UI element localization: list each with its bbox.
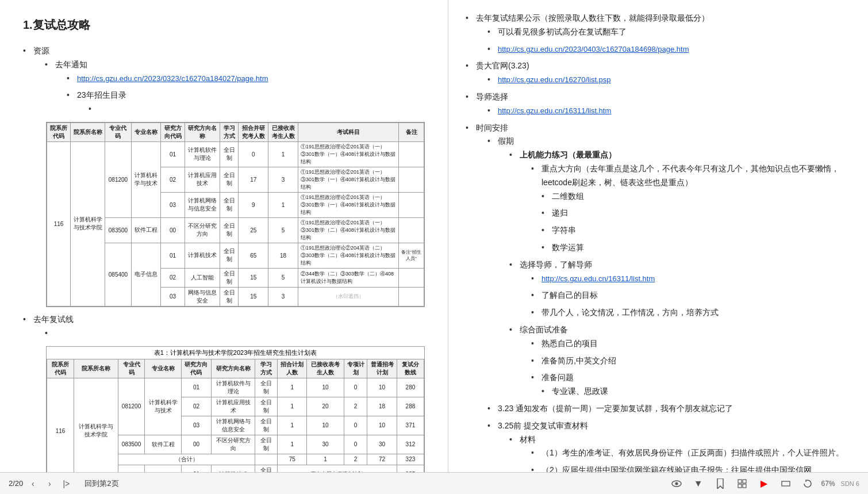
list-item: 带几个人，论文情况，工作情况，方向，培养方式 (531, 306, 851, 320)
bottom-toolbar: ▼ ▶ 67% SDN 6 (669, 476, 859, 492)
list-item: 3.25前 提交复试审查材料 材料 （1）考生的准考证、有效居民身份证件（正反两… (487, 419, 851, 472)
list-item: 二维数组 (541, 190, 851, 204)
svg-rect-5 (743, 484, 746, 488)
bookmark-button[interactable] (712, 476, 728, 492)
table-recruitment-2023: 院系所代码 院系所名称 专业代码 专业名称 研究方向代码 研究方向名称 学习方式… (46, 122, 425, 307)
list-item: 去年复试结果公示（按照录取人数往下数，就能得到录取最低分） 可以看见很多初试高分… (466, 12, 851, 56)
list-item: 综合面试准备 熟悉自己的项目 准备简历,中英文介绍 准备问题 专业课、思政课 (509, 323, 851, 399)
page-navigation: 2/20 ‹ › |> (9, 477, 73, 491)
list-item: 资源 去年通知 http://cs.gzu.edu.cn/2023/0323/c… (23, 44, 425, 116)
list-item: 23年招生目录 (67, 89, 425, 116)
zoom-level: 67% (821, 480, 835, 488)
list-item: 了解自己的目标 (531, 289, 851, 302)
right-panel: 去年复试结果公示（按照录取人数往下数，就能得到录取最低分） 可以看见很多初试高分… (448, 0, 868, 472)
list-item: （1）考生的准考证、有效居民身份证件（正反两面）扫描件或照片，个人证件照片。 (531, 446, 851, 460)
page-title: 1.复试总攻略 (23, 17, 425, 33)
link-past-notice[interactable]: http://cs.gzu.edu.cn/2023/0323/c16270a18… (77, 74, 268, 83)
list-item: 字符串 (541, 224, 851, 238)
list-item: 专业课、思政课 (541, 385, 851, 399)
svg-rect-6 (782, 481, 790, 486)
left-panel: 1.复试总攻略 资源 去年通知 http://cs.gzu.edu.cn/202… (0, 0, 448, 472)
list-item: 数学运算 (541, 241, 851, 255)
rotate-button[interactable] (800, 476, 816, 492)
link-official-site[interactable]: http://cs.gzu.edu.cn/16270/list.psp (498, 75, 611, 84)
sdn-label: SDN 6 (841, 480, 859, 487)
next-page-button[interactable]: › (43, 477, 56, 491)
list-item: http://cs.gzu.edu.cn/16311/list.htm (531, 272, 851, 286)
list-item: 3.23 通知发布（提前一周）一定要加复试群，我有个朋友就忘记了 (487, 402, 851, 416)
list-item: 准备问题 专业课、思政课 (531, 371, 851, 399)
eye-dropdown-button[interactable]: ▼ (690, 476, 706, 492)
list-item: 时间安排 假期 上机能力练习（最最重点） 重点大方向（去年重点是这几个，不代表今… (466, 121, 851, 472)
list-item: 准备简历,中英文介绍 (531, 354, 851, 368)
table2-caption: 表1：计算机科学与技术学院2023年招生研究生招生计划表 (47, 347, 424, 359)
fit-width-button[interactable] (778, 476, 794, 492)
list-item: （2）应届生提供中国学信网学籍在线验证电子报告；往届生提供中国学信网 (531, 464, 851, 472)
list-item: 去年复试线 (23, 313, 425, 340)
list-item: 导师选择 http://cs.gzu.edu.cn/16311/list.htm (466, 90, 851, 118)
prev-page-button[interactable]: ‹ (26, 477, 40, 491)
list-item: 材料 （1）考生的准考证、有效居民身份证件（正反两面）扫描件或照片，个人证件照片… (509, 433, 851, 472)
list-item (45, 327, 425, 340)
list-item: 重点大方向（去年重点是这几个，不代表今年只有这几个，其他知识点也不要懒惰，lee… (531, 162, 851, 255)
list-item: http://cs.gzu.edu.cn/16270/list.psp (487, 73, 851, 87)
list-item: http://cs.gzu.edu.cn/2023/0323/c16270a18… (67, 72, 425, 86)
return-button[interactable]: 回到第2页 (79, 478, 124, 489)
list-item: 可以看见很多初试高分在复试翻车了 (487, 25, 851, 39)
link-supervisor-2[interactable]: http://cs.gzu.edu.cn/16311/list.htm (541, 274, 655, 283)
eye-icon-button[interactable] (669, 476, 685, 492)
last-page-button[interactable]: |> (59, 477, 73, 491)
table-row: 116 计算机科学与技术学院 081200 计算机科学与技术 01 计算机软件与… (47, 141, 424, 167)
list-item: 假期 上机能力练习（最最重点） 重点大方向（去年重点是这几个，不代表今年只有这几… (487, 135, 851, 399)
list-item: 选择导师，了解导师 http://cs.gzu.edu.cn/16311/lis… (509, 258, 851, 320)
bottom-bar: 2/20 ‹ › |> 回到第2页 ▼ ▶ 67% SDN 6 (0, 472, 868, 494)
grid-button[interactable] (734, 476, 750, 492)
page-indicator: 2/20 (9, 479, 23, 488)
link-result-public[interactable]: http://cs.gzu.edu.cn/2023/0403/c16270a18… (498, 45, 689, 53)
svg-rect-4 (738, 484, 742, 488)
link-supervisor[interactable]: http://cs.gzu.edu.cn/16311/list.htm (498, 106, 611, 115)
list-item: 贵大官网(3.23) http://cs.gzu.edu.cn/16270/li… (466, 59, 851, 87)
table-retake-line: 表1：计算机科学与技术学院2023年招生研究生招生计划表 院系所代码 院系所名称… (46, 346, 425, 472)
table-row: 116 计算机科学与技术学院 081200 计算机科学与技术 01 计算机软件与… (47, 378, 424, 397)
list-item: http://cs.gzu.edu.cn/2023/0403/c16270a18… (487, 43, 851, 56)
list-item: 上机能力练习（最最重点） 重点大方向（去年重点是这几个，不代表今年只有这几个，其… (509, 148, 851, 255)
list-item: 熟悉自己的项目 (531, 337, 851, 351)
list-item (89, 102, 425, 116)
list-item: 递归 (541, 206, 851, 220)
list-item: http://cs.gzu.edu.cn/16311/list.htm (487, 104, 851, 118)
svg-point-1 (675, 482, 678, 485)
list-item: 去年通知 http://cs.gzu.edu.cn/2023/0323/c162… (45, 58, 425, 116)
svg-rect-3 (743, 480, 746, 483)
play-button[interactable]: ▶ (756, 476, 772, 492)
svg-rect-2 (738, 480, 742, 483)
